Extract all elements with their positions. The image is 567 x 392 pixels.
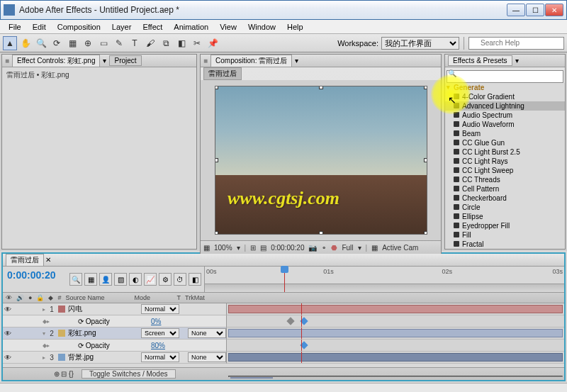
effects-panel-header: Effects & Presets ▾: [445, 55, 565, 67]
roto-tool-icon[interactable]: ✂: [190, 36, 204, 50]
minimize-button[interactable]: ―: [507, 4, 525, 16]
rotate-tool-icon[interactable]: ⟳: [50, 36, 64, 50]
effect-cell-pattern[interactable]: Cell Pattern: [445, 184, 565, 194]
rect-tool-icon[interactable]: ▭: [96, 36, 111, 50]
menu-animation[interactable]: Animation: [168, 21, 214, 33]
composition-tab[interactable]: Composition: 雷雨过后: [210, 55, 292, 67]
menu-file[interactable]: File: [3, 21, 27, 33]
layer-color-icon: [58, 330, 65, 337]
timeline-columns: 👁🔊●🔒 ◆ # Source Name Mode T TrkMat: [3, 292, 564, 303]
tl-shy-icon[interactable]: 👤: [99, 273, 112, 286]
tl-brainstorm-icon[interactable]: ⚙: [159, 273, 172, 286]
current-time-indicator[interactable]: [284, 267, 285, 292]
effect-cc-threads[interactable]: CC Threads: [445, 175, 565, 184]
trkmat-select[interactable]: None: [188, 328, 226, 338]
timeline-tab[interactable]: 雷雨过后: [6, 254, 44, 267]
menu-composition[interactable]: Composition: [52, 21, 106, 33]
timeline-scrollbar[interactable]: [228, 376, 563, 377]
layer-row-2[interactable]: 👁▾ 2 彩虹.png Screen None: [3, 327, 226, 340]
app-icon: [4, 4, 15, 16]
layer-row-1[interactable]: 👁▸ 1 闪电 Normal: [3, 303, 226, 315]
effects-category-generate[interactable]: Generate: [445, 83, 565, 92]
brush-tool-icon[interactable]: 🖌: [143, 36, 157, 50]
effect-4color[interactable]: 4-Color Gradient: [445, 92, 565, 101]
effect-circle[interactable]: Circle: [445, 203, 565, 212]
hand-tool-icon[interactable]: ✋: [18, 36, 33, 50]
zoom-tool-icon[interactable]: 🔍: [34, 36, 48, 50]
menu-effect[interactable]: Effect: [137, 21, 168, 33]
project-tab[interactable]: Project: [109, 55, 141, 66]
effect-eyedropper-fill[interactable]: Eyedropper Fill: [445, 221, 565, 230]
layer-2-opacity[interactable]: ◆▸ ⟳ Opacity 80%: [3, 340, 226, 352]
workspace: ■ Effect Controls: 彩虹.png ▾ Project 雷雨过后…: [0, 52, 567, 251]
effects-list: Generate 4-Color Gradient Advanced Light…: [445, 83, 565, 249]
selection-tool-icon[interactable]: ▲: [3, 36, 17, 50]
effect-checkerboard[interactable]: Checkerboard: [445, 194, 565, 203]
tl-ease-icon[interactable]: ◧: [189, 273, 201, 286]
effect-fractal[interactable]: Fractal: [445, 240, 565, 249]
view-select[interactable]: Active Cam: [382, 244, 418, 252]
mode-select[interactable]: Normal: [141, 304, 179, 314]
layer-color-icon: [58, 306, 65, 313]
effects-presets-tab[interactable]: Effects & Presets: [448, 55, 512, 66]
trkmat-select[interactable]: None: [188, 352, 226, 362]
timeline-ruler[interactable]: 00s 01s 02s 03s: [204, 267, 564, 292]
menu-help[interactable]: Help: [281, 21, 309, 33]
menu-view[interactable]: View: [214, 21, 242, 33]
clone-tool-icon[interactable]: ⧉: [159, 36, 173, 50]
workspace-label: Workspace:: [337, 39, 378, 47]
effect-controls-tab[interactable]: Effect Controls: 彩虹.png: [12, 55, 100, 67]
menu-edit[interactable]: Edit: [27, 21, 52, 33]
tl-motion-blur-icon[interactable]: ◐: [129, 273, 142, 286]
effect-cc-light-rays[interactable]: CC Light Rays: [445, 157, 565, 166]
effect-cc-light-sweep[interactable]: CC Light Sweep: [445, 166, 565, 175]
tl-frame-blend-icon[interactable]: ▧: [114, 273, 127, 286]
comp-canvas: [215, 86, 427, 235]
composition-viewer[interactable]: [201, 80, 441, 240]
effect-ellipse[interactable]: Ellipse: [445, 212, 565, 221]
menu-window[interactable]: Window: [242, 21, 281, 33]
current-time[interactable]: 0:00:00:20: [3, 267, 67, 292]
comp-footer: ▦ 100%▾ | ⊞▤ 0:00:00:20 📷⚬ ⬣ Full▾ | ▦ A…: [201, 240, 441, 254]
menu-layer[interactable]: Layer: [106, 21, 137, 33]
time-display[interactable]: 0:00:00:20: [271, 244, 304, 252]
project-panel-header: ■ Effect Controls: 彩虹.png ▾ Project: [2, 55, 196, 67]
mode-select[interactable]: Screen: [141, 328, 179, 338]
anchor-tool-icon[interactable]: ⊕: [81, 36, 95, 50]
effects-search-input[interactable]: [447, 70, 563, 83]
layer-color-icon: [58, 354, 65, 361]
comp-panel-header: ■ Composition: 雷雨过后 ▾: [201, 55, 441, 67]
tl-comp-icon[interactable]: ▦: [84, 273, 97, 286]
effect-audio-waveform[interactable]: Audio Waveform: [445, 120, 565, 129]
close-button[interactable]: ✕: [545, 4, 563, 16]
maximize-button[interactable]: ☐: [526, 4, 544, 16]
help-search-input[interactable]: [468, 37, 564, 50]
window-titlebar: Adobe After Effects - Untitled Project.a…: [0, 0, 567, 20]
tl-search-icon[interactable]: 🔍: [69, 273, 82, 286]
effect-controls-target: 雷雨过后 • 彩虹.png: [2, 67, 196, 83]
effect-beam[interactable]: Beam: [445, 129, 565, 138]
camera-tool-icon[interactable]: ▦: [65, 36, 79, 50]
layer-1-opacity[interactable]: ◆▸ ⟳ Opacity 0%: [3, 315, 226, 327]
effect-cc-light-burst[interactable]: CC Light Burst 2.5: [445, 147, 565, 157]
tl-graph-icon[interactable]: 📈: [144, 273, 157, 286]
quality-select[interactable]: Full: [342, 244, 353, 252]
zoom-value[interactable]: 100%: [214, 244, 232, 252]
text-tool-icon[interactable]: T: [128, 36, 142, 50]
effect-cc-glue-gun[interactable]: CC Glue Gun: [445, 138, 565, 147]
comp-chip[interactable]: 雷雨过后: [203, 67, 242, 80]
tool-bar: ▲ ✋ 🔍 ⟳ ▦ ⊕ ▭ ✎ T 🖌 ⧉ ◧ ✂ 📌 Workspace: 我…: [0, 34, 567, 52]
workspace-select[interactable]: 我的工作界面: [381, 37, 459, 50]
effect-audio-spectrum[interactable]: Audio Spectrum: [445, 111, 565, 120]
effect-advanced-lightning[interactable]: Advanced Lightning: [445, 101, 565, 111]
menu-bar: File Edit Composition Layer Effect Anima…: [0, 20, 567, 34]
puppet-tool-icon[interactable]: 📌: [206, 36, 220, 50]
separator: [464, 37, 464, 50]
layer-row-3[interactable]: 👁▸ 3 背景.jpg Normal None: [3, 352, 226, 364]
eraser-tool-icon[interactable]: ◧: [174, 36, 189, 50]
mode-select[interactable]: Normal: [141, 352, 179, 362]
effect-fill[interactable]: Fill: [445, 230, 565, 240]
tl-autokey-icon[interactable]: ⏱: [174, 273, 186, 286]
pen-tool-icon[interactable]: ✎: [112, 36, 126, 50]
toggle-switches-button[interactable]: Toggle Switches / Modes: [82, 369, 176, 379]
